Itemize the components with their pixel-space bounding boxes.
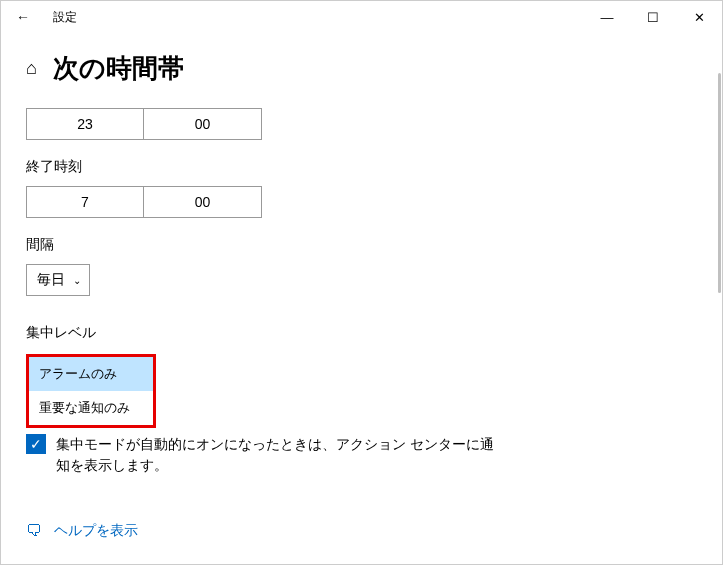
end-minute-cell[interactable]: 00: [144, 186, 262, 218]
scrollbar-thumb[interactable]: [718, 73, 721, 293]
notify-checkbox[interactable]: ✓: [26, 434, 46, 454]
maximize-icon: ☐: [647, 10, 659, 25]
chevron-down-icon: ⌄: [73, 275, 81, 286]
close-icon: ✕: [694, 10, 705, 25]
interval-value: 毎日: [37, 271, 65, 289]
titlebar: ← 設定 ― ☐ ✕: [1, 1, 722, 33]
help-icon: 🗨: [26, 522, 42, 540]
minimize-icon: ―: [601, 10, 614, 25]
close-button[interactable]: ✕: [676, 1, 722, 33]
start-minute-cell[interactable]: 00: [144, 108, 262, 140]
minimize-button[interactable]: ―: [584, 1, 630, 33]
focus-level-dropdown[interactable]: アラームのみ 重要な通知のみ: [26, 354, 156, 428]
window-controls: ― ☐ ✕: [584, 1, 722, 33]
start-hour-value: 23: [77, 116, 93, 132]
notify-checkbox-label: 集中モードが自動的にオンになったときは、アクション センターに通知を表示します。: [56, 434, 506, 476]
back-icon: ←: [16, 9, 30, 25]
end-hour-value: 7: [81, 194, 89, 210]
help-link[interactable]: ヘルプを表示: [54, 522, 138, 540]
focus-option-alarms[interactable]: アラームのみ: [29, 357, 153, 391]
check-icon: ✓: [30, 436, 42, 452]
page-header: ⌂ 次の時間帯: [26, 51, 697, 86]
back-button[interactable]: ←: [1, 1, 45, 33]
end-hour-cell[interactable]: 7: [26, 186, 144, 218]
start-minute-value: 00: [195, 116, 211, 132]
page-title: 次の時間帯: [53, 51, 184, 86]
start-hour-cell[interactable]: 23: [26, 108, 144, 140]
end-time-label: 終了時刻: [26, 158, 697, 176]
start-time-picker[interactable]: 23 00: [26, 108, 697, 140]
focus-option-priority[interactable]: 重要な通知のみ: [29, 391, 153, 425]
notify-checkbox-row: ✓ 集中モードが自動的にオンになったときは、アクション センターに通知を表示しま…: [26, 434, 506, 476]
interval-select[interactable]: 毎日 ⌄: [26, 264, 90, 296]
window-title: 設定: [53, 9, 77, 26]
help-row: 🗨 ヘルプを表示: [26, 522, 697, 540]
end-time-picker[interactable]: 7 00: [26, 186, 697, 218]
interval-label: 間隔: [26, 236, 697, 254]
content: ⌂ 次の時間帯 23 00 終了時刻 7 00 間隔 毎日 ⌄ 集中レベル アラ…: [1, 33, 722, 540]
home-icon[interactable]: ⌂: [26, 58, 37, 79]
scrollbar[interactable]: [718, 33, 722, 564]
end-minute-value: 00: [195, 194, 211, 210]
focus-level-label: 集中レベル: [26, 324, 697, 342]
maximize-button[interactable]: ☐: [630, 1, 676, 33]
